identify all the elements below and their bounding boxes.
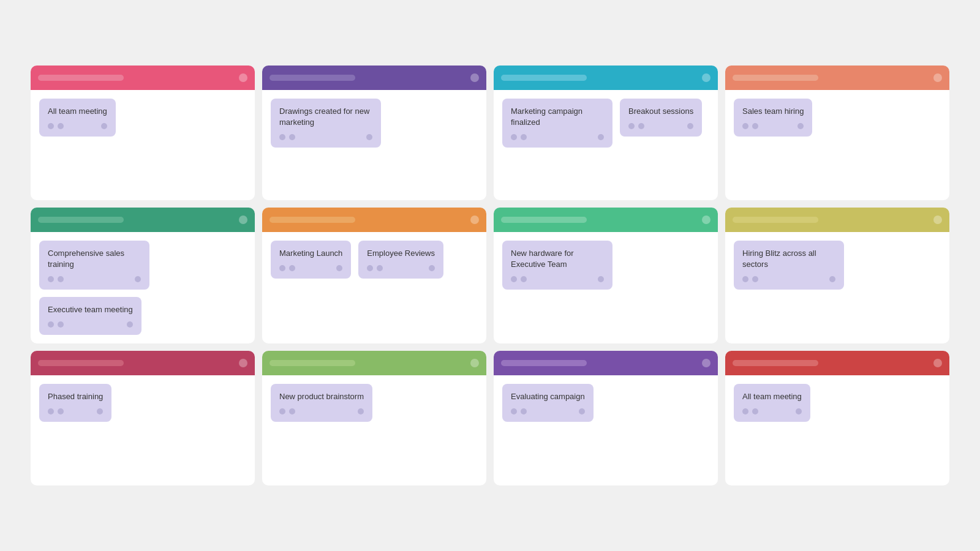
- header-menu-dot[interactable]: [702, 73, 710, 82]
- card-dot: [638, 123, 644, 129]
- card-dot: [367, 265, 373, 271]
- panel-body-1: All team meeting: [31, 90, 255, 145]
- panel-header-2: [262, 66, 486, 90]
- header-menu-dot[interactable]: [702, 216, 710, 224]
- card-dot: [752, 123, 758, 129]
- card-dot-right: [579, 408, 585, 414]
- card-footer: [279, 134, 372, 140]
- panel-header-7: [494, 208, 718, 232]
- header-progress-bar: [38, 217, 124, 223]
- card-footer: [628, 123, 693, 129]
- card-dot: [511, 134, 517, 140]
- header-progress-bar: [501, 360, 587, 366]
- card-card-1[interactable]: All team meeting: [39, 99, 116, 137]
- board-panel-9: Phased training: [31, 351, 255, 485]
- card-dot: [742, 408, 748, 414]
- card-footer: [279, 265, 342, 271]
- card-text: New product brainstorm: [279, 391, 364, 402]
- card-card-7[interactable]: Executive team meeting: [39, 297, 141, 335]
- header-menu-dot[interactable]: [470, 359, 479, 367]
- board-panel-7: New hardware for Executive Team: [494, 208, 718, 344]
- card-dot: [511, 408, 517, 414]
- card-card-10[interactable]: New hardware for Executive Team: [502, 241, 612, 290]
- header-menu-dot[interactable]: [933, 216, 942, 224]
- panel-body-9: Phased training: [31, 375, 255, 430]
- card-dot: [377, 265, 383, 271]
- card-card-12[interactable]: Phased training: [39, 384, 111, 422]
- header-menu-dot[interactable]: [933, 359, 942, 367]
- panel-body-5: Comprehensive sales trainingExecutive te…: [31, 232, 255, 344]
- card-card-4[interactable]: Breakout sessions: [620, 99, 702, 137]
- card-card-5[interactable]: Sales team hiring: [734, 99, 812, 137]
- panel-header-10: [262, 351, 486, 375]
- header-menu-dot[interactable]: [239, 216, 247, 224]
- header-menu-dot[interactable]: [470, 216, 479, 224]
- card-dot-right: [135, 276, 141, 282]
- panel-header-5: [31, 208, 255, 232]
- card-dot: [279, 134, 285, 140]
- board-panel-2: Drawings created for new marketing: [262, 66, 486, 200]
- panel-header-8: [725, 208, 949, 232]
- card-card-3[interactable]: Marketing campaign finalized: [502, 99, 612, 148]
- card-text: Breakout sessions: [628, 106, 693, 117]
- card-dot-right: [97, 408, 103, 414]
- panel-body-4: Sales team hiring: [725, 90, 949, 145]
- card-dot-right: [366, 134, 372, 140]
- card-text: All team meeting: [48, 106, 107, 117]
- header-menu-dot[interactable]: [933, 73, 942, 82]
- card-card-14[interactable]: Evaluating campaign: [502, 384, 594, 422]
- header-progress-bar: [501, 75, 587, 81]
- card-dot: [742, 123, 748, 129]
- panel-header-12: [725, 351, 949, 375]
- header-progress-bar: [733, 75, 818, 81]
- card-dot: [48, 276, 54, 282]
- card-text: Marketing campaign finalized: [511, 106, 604, 128]
- card-card-6[interactable]: Comprehensive sales training: [39, 241, 149, 290]
- header-progress-bar: [38, 75, 124, 81]
- board-panel-11: Evaluating campaign: [494, 351, 718, 485]
- card-dot: [279, 408, 285, 414]
- board-panel-8: Hiring Blitz across all sectors: [725, 208, 949, 344]
- panel-body-2: Drawings created for new marketing: [262, 90, 486, 156]
- panel-body-10: New product brainstorm: [262, 375, 486, 430]
- card-dot: [628, 123, 635, 129]
- card-dot-right: [101, 123, 107, 129]
- card-dot: [521, 134, 527, 140]
- card-card-2[interactable]: Drawings created for new marketing: [271, 99, 381, 148]
- card-card-8[interactable]: Marketing Launch: [271, 241, 351, 279]
- card-dot: [511, 276, 517, 282]
- header-progress-bar: [733, 360, 818, 366]
- card-card-13[interactable]: New product brainstorm: [271, 384, 372, 422]
- card-dot-right: [829, 276, 835, 282]
- card-text: Executive team meeting: [48, 304, 133, 315]
- card-dot: [752, 276, 758, 282]
- header-progress-bar: [270, 75, 355, 81]
- board-panel-10: New product brainstorm: [262, 351, 486, 485]
- card-dot: [289, 408, 295, 414]
- card-card-9[interactable]: Employee Reviews: [358, 241, 443, 279]
- card-text: Sales team hiring: [742, 106, 804, 117]
- card-card-11[interactable]: Hiring Blitz across all sectors: [734, 241, 844, 290]
- header-menu-dot[interactable]: [239, 73, 247, 82]
- card-card-15[interactable]: All team meeting: [734, 384, 810, 422]
- card-dot: [752, 408, 758, 414]
- panel-body-12: All team meeting: [725, 375, 949, 430]
- card-dot: [521, 408, 527, 414]
- panel-body-11: Evaluating campaign: [494, 375, 718, 430]
- card-dot-right: [797, 123, 804, 129]
- header-menu-dot[interactable]: [470, 73, 479, 82]
- card-text: Drawings created for new marketing: [279, 106, 372, 128]
- card-dot-right: [687, 123, 693, 129]
- header-menu-dot[interactable]: [702, 359, 710, 367]
- board-panel-4: Sales team hiring: [725, 66, 949, 200]
- card-dot-right: [127, 321, 133, 328]
- card-footer: [511, 134, 604, 140]
- card-footer: [279, 408, 364, 414]
- header-menu-dot[interactable]: [239, 359, 247, 367]
- board-panel-6: Marketing LaunchEmployee Reviews: [262, 208, 486, 344]
- card-text: Employee Reviews: [367, 248, 435, 259]
- panel-header-9: [31, 351, 255, 375]
- card-dot-right: [429, 265, 435, 271]
- panel-body-8: Hiring Blitz across all sectors: [725, 232, 949, 298]
- card-footer: [48, 123, 107, 129]
